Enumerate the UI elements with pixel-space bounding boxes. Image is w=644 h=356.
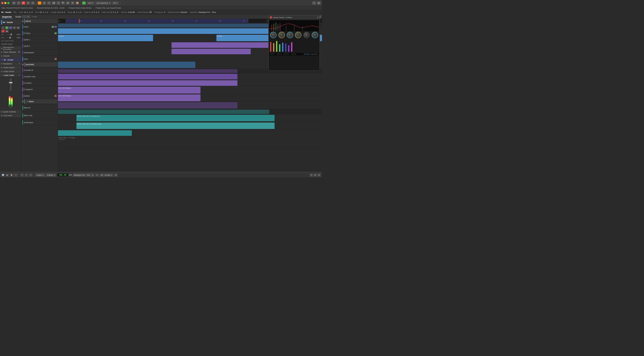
plugin-knob-2[interactable]: 2	[278, 32, 285, 38]
audio-fader-section[interactable]: ▼ Audio Fader ≡	[0, 73, 21, 77]
plugin-more-btn[interactable]: ▾	[317, 16, 318, 18]
lower-stretch-icon[interactable]: ⊡	[95, 174, 99, 177]
tool-range[interactable]: ⊡	[42, 1, 46, 5]
plugin-knob-4[interactable]: 4	[295, 32, 302, 38]
audio-inserts-section[interactable]: ▶ Audio Inserts	[0, 66, 21, 69]
track-item-acoustic-di[interactable]: Acoustic DI	[22, 67, 58, 73]
keys2-r-btn[interactable]: R	[54, 58, 57, 60]
ins-solo-btn[interactable]: S	[9, 26, 12, 29]
epiano-clip-1[interactable]: E Piano	[58, 35, 153, 41]
tool-scissors[interactable]: ✂	[56, 1, 60, 5]
lower-view-3[interactable]: ⚙	[317, 174, 321, 177]
lower-tool1[interactable]: ✏	[20, 174, 24, 177]
window-btn[interactable]: ⊞	[317, 1, 321, 5]
acoustic-di-clip[interactable]	[58, 74, 238, 79]
toolbar-s[interactable]: S	[17, 1, 20, 5]
toolbar-w[interactable]: W	[26, 1, 30, 5]
epiano-m-btn[interactable]: M	[54, 32, 57, 34]
piano-s-btn[interactable]: S	[54, 26, 57, 28]
plugin-knob-5[interactable]: 5	[303, 32, 310, 38]
audio-fader-knob[interactable]	[9, 82, 12, 83]
pan-fader-thumb[interactable]	[10, 37, 10, 39]
synth2-clip[interactable]	[172, 49, 251, 54]
volume-fader-track[interactable]	[6, 34, 13, 35]
plugin-knob-1[interactable]: 1	[270, 32, 276, 38]
track-item-bass-amp[interactable]: Bass Amp	[22, 112, 58, 119]
tool-color[interactable]: 🎨	[75, 1, 79, 5]
track-editor-section[interactable]: ▶ Track Editor	[0, 114, 21, 118]
ins-monitor-btn[interactable]: ⏺	[5, 30, 8, 33]
track-item-eguitar-r[interactable]: E Guitar R	[22, 86, 58, 93]
fullscreen-btn[interactable]: ⛶	[312, 1, 316, 5]
quantize-value-dropdown[interactable]: 1/8 ▾	[112, 1, 119, 5]
track-item-guitars[interactable]: Guitars R	[22, 93, 58, 99]
track-versions-section[interactable]: ▶ Track Versions ⊞	[0, 50, 21, 54]
track-item-piano[interactable]: Piano M S	[22, 23, 58, 30]
lower-settings-icon[interactable]: ⚙	[114, 174, 118, 177]
lower-algorithm-dropdown[interactable]: élastique Pro - Tim... ▾	[73, 173, 95, 177]
toolbar-m[interactable]: M	[12, 1, 16, 5]
pan-fader-track[interactable]	[6, 37, 13, 38]
track-item-guitars-group[interactable]: ▶ GUITARS	[22, 62, 58, 67]
lower-snap-toggle[interactable]: X	[29, 174, 32, 177]
retrospective-section[interactable]: ▶ Retrospective Recording	[0, 46, 21, 50]
plugin-knob-6[interactable]: 6	[312, 32, 318, 38]
bass-group-clip[interactable]	[58, 110, 269, 114]
plugin-close-btn[interactable]	[270, 16, 272, 18]
lower-beats-dropdown[interactable]: 0 Beats ▾	[46, 173, 56, 177]
arr-add-track[interactable]: +	[22, 15, 26, 18]
vocals-section[interactable]: ▼ 06 - Vocals	[0, 58, 21, 62]
ins-mute-btn[interactable]: M	[5, 26, 8, 29]
piano-m-btn[interactable]: M	[52, 26, 54, 28]
audio-sends-section[interactable]: ▶ Audio Sends	[0, 69, 21, 73]
guitars-r-btn[interactable]: R	[54, 95, 57, 97]
bass-di-clip[interactable]: HALion Sonic SE 01-02 (Bass DI)	[76, 115, 274, 121]
grid-dropdown[interactable]: Grid ▾	[87, 1, 94, 5]
lower-rec-btn[interactable]: ●	[14, 174, 18, 177]
track-item-synth1[interactable]: Synth 1	[22, 36, 58, 43]
lower-view-2[interactable]: ⊟	[314, 174, 317, 177]
lower-tool2[interactable]: ✂	[25, 174, 28, 177]
tool-time[interactable]: ⧖	[71, 1, 74, 5]
guitars-clip[interactable]	[58, 102, 238, 109]
tool-erase[interactable]: ⌫	[52, 1, 56, 5]
toolbar-r[interactable]: R	[22, 1, 25, 5]
lower-stop-btn[interactable]: ⏹	[10, 174, 13, 177]
quick-controls-section[interactable]: ▶ Quick Controls	[0, 110, 21, 114]
inspector-tab-inspector[interactable]: Inspector	[1, 15, 13, 19]
lower-bars-dropdown[interactable]: 4 Bars ▾	[35, 173, 45, 177]
track-item-acoustic-amp[interactable]: Acoustic Amp	[22, 73, 58, 80]
arr-undo[interactable]: ↩	[26, 15, 30, 18]
ins-read-btn[interactable]: R	[13, 26, 16, 29]
acoustic-amp-clip[interactable]	[58, 80, 238, 86]
track-item-bass-di[interactable]: Bass DI	[22, 104, 58, 112]
maximize-btn[interactable]	[7, 2, 10, 4]
track-item-bass-group[interactable]: ▶ 24 Bass	[22, 99, 58, 104]
bass-amp-clip[interactable]: HALion Sonic SE 01-02 (Bass Amp)	[76, 122, 274, 129]
tool-pencil[interactable]: ✏	[47, 1, 51, 5]
lower-view-1[interactable]: ⊡	[310, 174, 313, 177]
quantize-dropdown[interactable]: Use Quantize ▾	[95, 1, 111, 5]
track-item-eguitar-l[interactable]: E Guitar L	[22, 80, 58, 86]
tool-mute[interactable]: M	[66, 1, 70, 5]
track-item-small-bass[interactable]: Small Bass	[22, 119, 58, 126]
ins-rec-btn[interactable]: ●	[1, 30, 5, 33]
chords-section[interactable]: ▶ Chords	[0, 54, 21, 58]
track-item-epiano[interactable]: E Piano M	[22, 30, 58, 36]
volume-fader-thumb[interactable]	[11, 33, 12, 35]
small-bass-clip[interactable]	[58, 130, 132, 136]
track-item-keys-group[interactable]: ▶ KEYS	[22, 19, 58, 23]
ins-write-btn[interactable]: W	[16, 26, 20, 29]
eguitar-r-clip[interactable]: Error 394 Melody 1	[58, 94, 200, 101]
eguitar-l-clip[interactable]: Error 394 Melody 1	[58, 87, 200, 94]
minimize-btn[interactable]	[4, 2, 6, 4]
lower-play-btn[interactable]: ▶	[6, 174, 9, 177]
guitars-group-clip[interactable]	[58, 69, 238, 73]
tool-zoom[interactable]: 🔍	[61, 1, 65, 5]
plugin-knob-3[interactable]: 3	[287, 32, 293, 38]
lower-loop-icon[interactable]: 🔄	[1, 174, 5, 177]
track-item-synth2[interactable]: Synth 2	[22, 43, 58, 49]
track-item-keys2[interactable]: Keys R	[22, 56, 58, 62]
lower-track-dropdown[interactable]: 06 - Vocals ▾	[100, 173, 113, 177]
equalizers-section[interactable]: ▶ Equalizers ≡	[0, 62, 21, 66]
